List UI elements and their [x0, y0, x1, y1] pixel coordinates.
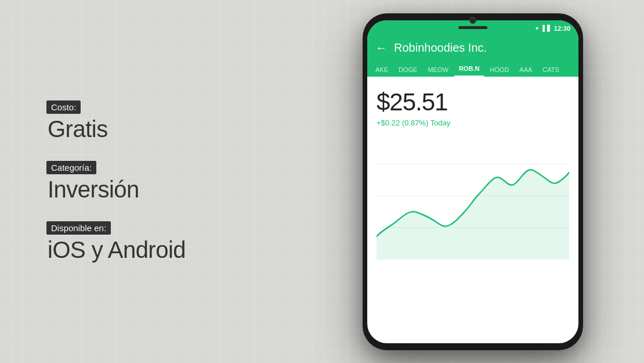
ticker-tabs: AKE DOGE MEOW ROB.N HOOD AAA CATS — [367, 62, 578, 77]
stock-price: $25.51 — [377, 88, 569, 116]
back-arrow-icon[interactable]: ← — [375, 41, 387, 55]
phone-mockup: ▾ ▐ ▋ 12:30 ← Robinhoodies Inc. AKE DOGE… — [348, 13, 598, 350]
phone-camera — [469, 17, 476, 24]
tab-meow[interactable]: MEOW — [423, 63, 453, 77]
stock-content: $25.51 +$0.22 (0.87%) Today — [367, 77, 578, 260]
tab-aaa[interactable]: AAA — [515, 63, 537, 77]
categoria-value: Inversión — [46, 177, 209, 203]
stock-chart — [377, 132, 569, 260]
tab-ake[interactable]: AKE — [371, 63, 393, 77]
chart-svg — [377, 132, 569, 260]
tab-doge[interactable]: DOGE — [394, 63, 422, 77]
costo-value: Gratis — [46, 116, 209, 142]
categoria-block: Categoría: Inversión — [46, 161, 209, 203]
disponible-label: Disponible en: — [46, 221, 111, 235]
wifi-icon: ▾ — [536, 25, 538, 31]
costo-block: Costo: Gratis — [46, 100, 209, 142]
status-icons: ▾ ▐ ▋ 12:30 — [536, 25, 570, 32]
info-panel: Costo: Gratis Categoría: Inversión Dispo… — [0, 66, 244, 298]
phone-screen: ▾ ▐ ▋ 12:30 ← Robinhoodies Inc. AKE DOGE… — [367, 20, 578, 343]
categoria-label: Categoría: — [46, 161, 96, 174]
tab-robn[interactable]: ROB.N — [454, 62, 484, 77]
app-title: Robinhoodies Inc. — [394, 41, 487, 55]
battery-icon: ▋ — [547, 25, 552, 31]
phone-speaker — [458, 26, 487, 29]
disponible-block: Disponible en: iOS y Android — [46, 221, 209, 263]
stock-change: +$0.22 (0.87%) Today — [377, 118, 569, 127]
costo-label: Costo: — [46, 100, 81, 114]
app-header: ← Robinhoodies Inc. — [367, 37, 578, 62]
phone-outer: ▾ ▐ ▋ 12:30 ← Robinhoodies Inc. AKE DOGE… — [363, 13, 583, 350]
tab-cats[interactable]: CATS — [538, 63, 564, 77]
signal-icon: ▐ — [541, 25, 545, 31]
status-time: 12:30 — [554, 25, 570, 32]
disponible-value: iOS y Android — [46, 237, 209, 263]
tab-hood[interactable]: HOOD — [485, 63, 513, 77]
